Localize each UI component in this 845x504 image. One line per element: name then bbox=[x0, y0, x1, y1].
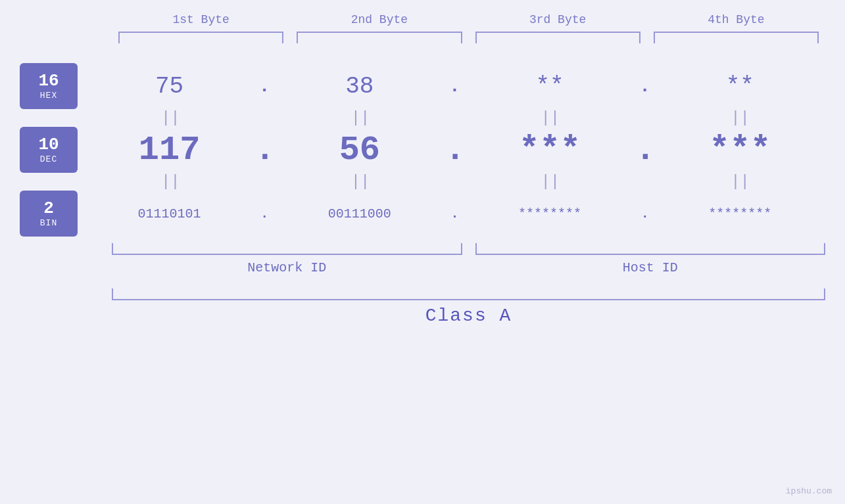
host-bracket bbox=[475, 243, 826, 255]
equals-row-1: || || || || bbox=[85, 109, 825, 127]
bin-badge: 2 BIN bbox=[20, 191, 78, 237]
hex-dot2: . bbox=[445, 76, 465, 97]
bin-badge-base: BIN bbox=[40, 218, 57, 228]
full-bracket-row bbox=[112, 288, 825, 300]
hex-badge-num: 16 bbox=[38, 72, 59, 91]
bin-b1: 01110101 bbox=[84, 206, 254, 221]
hex-bytes: 75 . 38 . ** . ** bbox=[84, 73, 825, 100]
hex-b3: ** bbox=[465, 73, 635, 100]
bin-bytes: 01110101 . 00111000 . ******** . *******… bbox=[84, 206, 825, 221]
hex-row: 16 HEX 75 . 38 . ** . ** bbox=[20, 63, 825, 109]
full-bracket bbox=[112, 288, 825, 300]
dec-row: 10 DEC 117 . 56 . *** . *** bbox=[20, 127, 825, 173]
eq2-b3: || bbox=[466, 173, 636, 191]
main-container: 1st Byte 2nd Byte 3rd Byte 4th Byte 16 H… bbox=[0, 0, 845, 504]
hex-badge-base: HEX bbox=[40, 91, 57, 101]
id-labels: Network ID Host ID bbox=[112, 260, 825, 275]
network-id-label: Network ID bbox=[112, 260, 462, 275]
top-bracket-row bbox=[112, 32, 825, 43]
eq1-b2: || bbox=[276, 109, 446, 127]
eq1-b3: || bbox=[466, 109, 636, 127]
bin-b2: 00111000 bbox=[274, 206, 445, 221]
bracket-byte1 bbox=[118, 32, 283, 43]
byte2-header: 2nd Byte bbox=[290, 13, 468, 32]
bin-row: 2 BIN 01110101 . 00111000 . ******** . *… bbox=[20, 191, 825, 237]
dec-b1: 117 bbox=[84, 131, 254, 170]
bin-dot2: . bbox=[445, 206, 465, 221]
eq1-b4: || bbox=[655, 109, 825, 127]
eq1-b1: || bbox=[85, 109, 256, 127]
bottom-brackets bbox=[112, 243, 825, 255]
eq2-b2: || bbox=[276, 173, 446, 191]
equals-row-2: || || || || bbox=[85, 173, 825, 191]
hex-badge: 16 HEX bbox=[20, 63, 78, 109]
bracket-byte4 bbox=[654, 32, 819, 43]
dec-b3: *** bbox=[465, 131, 635, 170]
bottom-section: Network ID Host ID bbox=[112, 243, 825, 275]
dec-badge-num: 10 bbox=[38, 135, 59, 154]
bin-badge-num: 2 bbox=[43, 199, 54, 218]
bracket-byte3 bbox=[475, 32, 640, 43]
byte3-header: 3rd Byte bbox=[469, 13, 647, 32]
dec-b4: *** bbox=[655, 131, 825, 170]
class-label: Class A bbox=[425, 306, 512, 326]
eq2-b4: || bbox=[655, 173, 825, 191]
dec-dot2: . bbox=[445, 131, 465, 170]
hex-b2: 38 bbox=[274, 73, 445, 100]
hex-dot1: . bbox=[254, 76, 274, 97]
bin-b3: ******** bbox=[465, 206, 635, 221]
dec-badge-base: DEC bbox=[40, 154, 57, 164]
bin-dot3: . bbox=[635, 206, 655, 221]
hex-b4: ** bbox=[655, 73, 825, 100]
eq2-b1: || bbox=[85, 173, 256, 191]
dec-badge: 10 DEC bbox=[20, 127, 78, 173]
byte4-header: 4th Byte bbox=[647, 13, 825, 32]
byte-headers: 1st Byte 2nd Byte 3rd Byte 4th Byte bbox=[112, 13, 825, 32]
bin-dot1: . bbox=[254, 206, 274, 221]
hex-dot3: . bbox=[635, 76, 655, 97]
bracket-byte2 bbox=[297, 32, 462, 43]
hex-b1: 75 bbox=[84, 73, 254, 100]
network-bracket bbox=[112, 243, 462, 255]
dec-bytes: 117 . 56 . *** . *** bbox=[84, 131, 825, 170]
byte1-header: 1st Byte bbox=[112, 13, 290, 32]
class-row: Class A bbox=[112, 306, 825, 326]
watermark: ipshu.com bbox=[786, 486, 832, 496]
bin-b4: ******** bbox=[655, 206, 825, 221]
host-id-label: Host ID bbox=[475, 260, 826, 275]
dec-dot3: . bbox=[635, 131, 655, 170]
dec-b2: 56 bbox=[274, 131, 445, 170]
dec-dot1: . bbox=[254, 131, 274, 170]
